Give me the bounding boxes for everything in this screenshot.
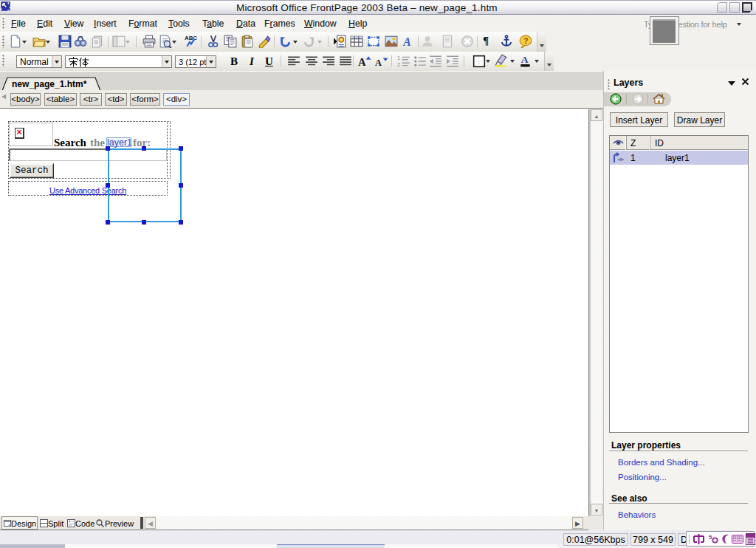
svg-text:5: 5 — [709, 534, 712, 541]
svg-text:A: A — [402, 35, 411, 48]
svg-text:A: A — [358, 56, 366, 68]
svg-text:2: 2 — [397, 61, 400, 68]
svg-text:A: A — [521, 54, 529, 65]
svg-text:?: ? — [523, 37, 528, 45]
svg-text:A: A — [375, 58, 382, 68]
svg-text:ABC: ABC — [185, 35, 197, 41]
